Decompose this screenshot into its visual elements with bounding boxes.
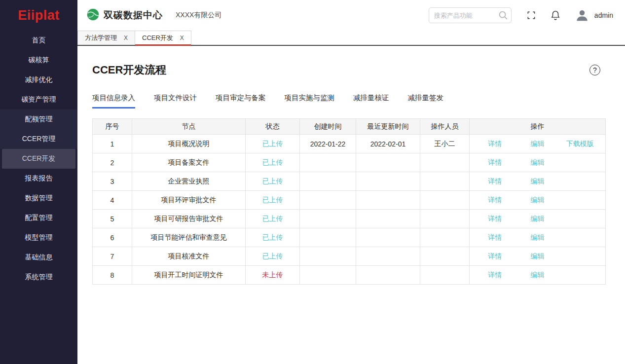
- notifications-bell-icon[interactable]: [550, 10, 561, 21]
- detail-link[interactable]: 详情: [474, 252, 516, 261]
- cell-operator: [420, 228, 470, 247]
- cell-created: 2022-01-22: [300, 135, 356, 153]
- cell-index: 5: [93, 210, 132, 228]
- sidebar-item-carbon-accounting[interactable]: 碳核算: [0, 50, 77, 70]
- detail-link[interactable]: 详情: [474, 140, 516, 148]
- main-column: 双碳数据中心 XXXX有限公司: [77, 0, 625, 364]
- sidebar-item-reduction-optimize[interactable]: 减排优化: [0, 70, 77, 90]
- cell-operator: [420, 210, 470, 228]
- cell-actions: 详情编辑: [470, 172, 606, 191]
- cell-updated: 2022-02-01: [356, 135, 420, 153]
- cell-index: 1: [93, 135, 132, 153]
- detail-link[interactable]: 详情: [474, 196, 516, 205]
- actions-group: 详情编辑: [470, 196, 605, 205]
- cell-node: 项目开工时间证明文件: [132, 266, 246, 285]
- cell-index: 6: [93, 228, 132, 247]
- tab-close-icon[interactable]: X: [124, 35, 128, 41]
- table-row: 4项目环评审批文件已上传详情编辑: [93, 191, 606, 210]
- step-tab-project-info-entry[interactable]: 项目信息录入: [92, 93, 135, 109]
- cell-updated: [356, 172, 420, 191]
- search-icon[interactable]: [498, 10, 509, 23]
- step-tab-project-doc-design[interactable]: 项目文件设计: [154, 93, 197, 109]
- cell-status: 已上传: [246, 228, 300, 247]
- table-row: 3企业营业执照已上传详情编辑: [93, 172, 606, 191]
- edit-link[interactable]: 编辑: [516, 215, 558, 223]
- detail-link[interactable]: 详情: [474, 177, 516, 186]
- cell-operator: 王小二: [420, 135, 470, 153]
- table-row: 5项目可研报告审批文件已上传详情编辑: [93, 210, 606, 228]
- cell-index: 4: [93, 191, 132, 210]
- sidebar-item-data-mgmt[interactable]: 数据管理: [0, 188, 77, 208]
- tab-close-icon[interactable]: X: [180, 35, 184, 41]
- status-badge: 已上传: [262, 140, 283, 147]
- edit-link[interactable]: 编辑: [516, 271, 558, 280]
- sidebar-item-system-mgmt[interactable]: 系统管理: [0, 267, 77, 287]
- cell-actions: 详情编辑: [470, 210, 606, 228]
- sidebar: Eiiplat 首页碳核算减排优化碳资产管理配额管理CCER管理CCER开发报表…: [0, 0, 77, 364]
- cell-updated: [356, 266, 420, 285]
- tab-label: CCER开发: [142, 34, 173, 42]
- sidebar-item-ccer-development[interactable]: CCER开发: [2, 149, 75, 169]
- cell-node: 项目核准文件: [132, 247, 246, 266]
- cell-created: [300, 153, 356, 172]
- cell-updated: [356, 247, 420, 266]
- edit-link[interactable]: 编辑: [516, 140, 558, 148]
- title-row: CCER开发流程 ?: [92, 63, 605, 77]
- step-tab-reduction-verification[interactable]: 减排量核证: [353, 93, 389, 109]
- process-table: 序号节点状态创建时间最近更新时间操作人员操作 1项目概况说明已上传2022-01…: [92, 118, 606, 285]
- brand-title: 双碳数据中心: [104, 9, 163, 22]
- step-tab-reduction-issuance[interactable]: 减排量签发: [408, 93, 444, 109]
- sidebar-item-config-mgmt[interactable]: 配置管理: [0, 208, 77, 228]
- sidebar-item-reports[interactable]: 报表报告: [0, 169, 77, 188]
- step-tab-project-review-filing[interactable]: 项目审定与备案: [216, 93, 266, 109]
- detail-link[interactable]: 详情: [474, 215, 516, 223]
- status-badge: 已上传: [262, 233, 283, 241]
- status-badge: 已上传: [262, 177, 283, 185]
- detail-link[interactable]: 详情: [474, 271, 516, 280]
- user-avatar-icon[interactable]: [575, 8, 589, 23]
- sidebar-item-model-mgmt[interactable]: 模型管理: [0, 228, 77, 248]
- cell-updated: [356, 210, 420, 228]
- detail-link[interactable]: 详情: [474, 158, 516, 167]
- detail-link[interactable]: 详情: [474, 233, 516, 242]
- table-row: 2项目备案文件已上传详情编辑: [93, 153, 606, 172]
- column-header: 操作人员: [420, 119, 470, 135]
- fullscreen-icon[interactable]: [526, 10, 536, 20]
- table-row: 8项目开工时间证明文件未上传详情编辑: [93, 266, 606, 285]
- help-icon[interactable]: ?: [589, 65, 600, 75]
- cell-status: 已上传: [246, 247, 300, 266]
- globe-icon: [86, 8, 100, 23]
- table-header-row: 序号节点状态创建时间最近更新时间操作人员操作: [93, 119, 606, 135]
- sidebar-item-ccer-mgmt[interactable]: CCER管理: [0, 129, 77, 149]
- cell-index: 2: [93, 153, 132, 172]
- page-title: CCER开发流程: [92, 63, 166, 77]
- edit-link[interactable]: 编辑: [516, 233, 558, 242]
- tab-ccer-development[interactable]: CCER开发X: [135, 31, 191, 45]
- sidebar-nav: 首页碳核算减排优化碳资产管理配额管理CCER管理CCER开发报表报告数据管理配置…: [0, 31, 77, 287]
- sidebar-item-carbon-asset-mgmt[interactable]: 碳资产管理: [0, 90, 77, 109]
- cell-operator: [420, 172, 470, 191]
- brand-area: 双碳数据中心: [86, 8, 163, 23]
- cell-node: 项目环评审批文件: [132, 191, 246, 210]
- cell-node: 项目可研报告审批文件: [132, 210, 246, 228]
- sidebar-item-quota-mgmt[interactable]: 配额管理: [0, 109, 77, 129]
- column-header: 状态: [246, 119, 300, 135]
- table-body: 1项目概况说明已上传2022-01-222022-02-01王小二详情编辑下载模…: [93, 135, 606, 285]
- tab-methodology-mgmt[interactable]: 方法学管理X: [77, 31, 135, 45]
- edit-link[interactable]: 编辑: [516, 196, 558, 205]
- cell-status: 已上传: [246, 135, 300, 153]
- edit-link[interactable]: 编辑: [516, 252, 558, 261]
- cell-node: 项目节能评估和审查意见: [132, 228, 246, 247]
- cell-actions: 详情编辑: [470, 228, 606, 247]
- sidebar-item-home[interactable]: 首页: [0, 31, 77, 50]
- edit-link[interactable]: 编辑: [516, 158, 558, 167]
- edit-link[interactable]: 编辑: [516, 177, 558, 186]
- download-template-link[interactable]: 下载模版: [559, 140, 601, 148]
- cell-index: 3: [93, 172, 132, 191]
- app-logo: Eiiplat: [0, 0, 77, 31]
- sidebar-item-basic-info[interactable]: 基础信息: [0, 248, 77, 267]
- step-tab-project-impl-monitoring[interactable]: 项目实施与监测: [285, 93, 335, 109]
- cell-index: 7: [93, 247, 132, 266]
- cell-operator: [420, 153, 470, 172]
- cell-index: 8: [93, 266, 132, 285]
